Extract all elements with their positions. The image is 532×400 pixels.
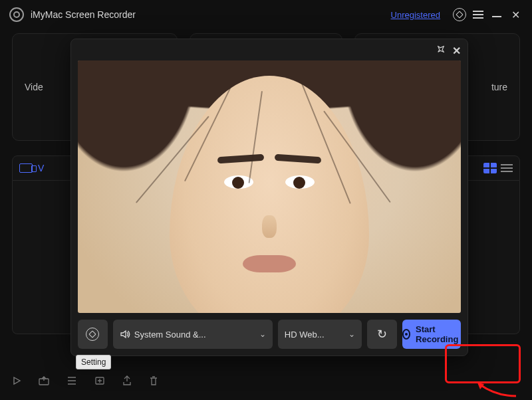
audio-source-select[interactable]: System Sound &... ⌄ — [113, 320, 273, 349]
close-icon[interactable]: ✕ — [508, 7, 523, 22]
webcam-modal: ✕ System Sound &... — [70, 39, 468, 356]
share-icon[interactable] — [122, 375, 132, 388]
pin-icon[interactable] — [436, 45, 446, 56]
app-logo-icon — [9, 7, 24, 22]
menu-icon[interactable] — [471, 7, 485, 22]
settings-gear-icon[interactable] — [452, 7, 467, 22]
unregistered-link[interactable]: Unregistered — [391, 10, 440, 20]
play-icon[interactable] — [12, 376, 21, 387]
speaker-icon — [120, 329, 130, 340]
app-title: iMyMac Screen Recorder — [31, 9, 136, 20]
record-icon — [402, 329, 410, 340]
start-recording-button[interactable]: Start Recording — [402, 320, 461, 349]
mode-card-label: Vide — [25, 82, 43, 92]
webcam-source-label: HD Web... — [285, 330, 325, 340]
webcam-source-select[interactable]: HD Web... ⌄ — [278, 320, 362, 349]
modal-titlebar: ✕ — [71, 39, 467, 59]
modal-toolbar: System Sound &... ⌄ HD Web... ⌄ ↻ Start … — [78, 320, 461, 349]
start-recording-label: Start Recording — [416, 324, 461, 344]
mode-card-label: ture — [491, 82, 507, 92]
export-icon[interactable] — [39, 376, 49, 387]
delete-icon[interactable] — [149, 375, 158, 388]
minimize-icon[interactable] — [489, 7, 504, 22]
modal-settings-button[interactable] — [78, 320, 108, 349]
chevron-down-icon: ⌄ — [348, 330, 355, 339]
settings-tooltip: Setting — [76, 355, 111, 369]
recordings-label: V — [38, 163, 44, 173]
rename-icon[interactable] — [66, 376, 77, 387]
audio-source-label: System Sound &... — [134, 330, 206, 340]
footer-toolbar — [12, 375, 158, 388]
chevron-down-icon: ⌄ — [259, 330, 266, 339]
refresh-button[interactable]: ↻ — [367, 320, 397, 349]
folder-icon[interactable] — [94, 376, 105, 387]
titlebar: iMyMac Screen Recorder Unregistered ✕ — [0, 0, 532, 29]
annotation-arrow — [476, 383, 517, 397]
webcam-preview — [78, 60, 461, 313]
camera-icon — [19, 163, 33, 173]
list-view-icon[interactable] — [501, 164, 513, 172]
close-icon[interactable]: ✕ — [452, 45, 461, 57]
grid-view-icon[interactable] — [483, 163, 497, 173]
